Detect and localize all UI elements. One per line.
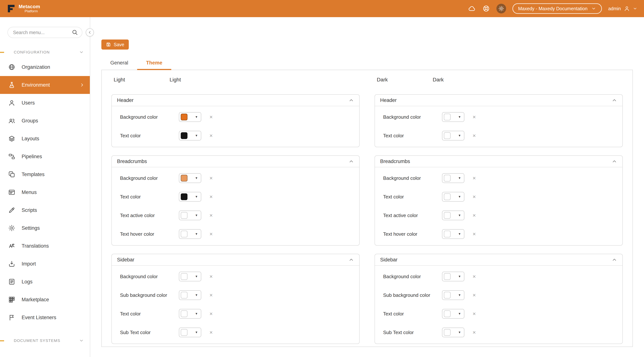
column-header: DarkDark xyxy=(374,77,623,83)
sidebar-collapse-button[interactable] xyxy=(86,28,94,36)
settings-gear-icon[interactable] xyxy=(496,4,506,14)
color-picker[interactable]: ▼ xyxy=(179,173,201,183)
color-picker[interactable]: ▼ xyxy=(442,328,464,337)
color-picker[interactable]: ▼ xyxy=(442,192,464,202)
cloud-icon[interactable] xyxy=(468,5,476,12)
section-accent-dash xyxy=(0,52,4,53)
clear-icon[interactable]: × xyxy=(472,212,476,218)
tab-theme[interactable]: Theme xyxy=(137,57,171,70)
search-icon[interactable] xyxy=(72,29,78,36)
color-picker[interactable]: ▼ xyxy=(442,112,464,122)
color-picker[interactable]: ▼ xyxy=(442,210,464,220)
clear-icon[interactable]: × xyxy=(472,274,476,279)
clear-icon[interactable]: × xyxy=(210,133,213,138)
collapse-card-icon[interactable] xyxy=(612,158,617,164)
clear-icon[interactable]: × xyxy=(472,330,476,335)
dropdown-caret-icon: ▼ xyxy=(458,116,461,118)
clear-icon[interactable]: × xyxy=(472,114,476,120)
layers-icon xyxy=(8,135,15,142)
dropdown-caret-icon: ▼ xyxy=(458,232,461,236)
color-picker[interactable]: ▼ xyxy=(442,290,464,300)
column-title: Light xyxy=(112,77,170,83)
clear-icon[interactable]: × xyxy=(210,311,213,316)
color-picker[interactable]: ▼ xyxy=(442,131,464,140)
theme-card-light-header: HeaderBackground color▼×Text color▼× xyxy=(112,94,360,147)
color-picker[interactable]: ▼ xyxy=(442,309,464,318)
save-button[interactable]: Save xyxy=(101,40,129,50)
support-icon[interactable] xyxy=(482,5,490,12)
color-picker[interactable]: ▼ xyxy=(179,290,201,300)
color-swatch xyxy=(444,231,450,238)
color-picker[interactable]: ▼ xyxy=(179,112,201,122)
collapse-card-icon[interactable] xyxy=(612,98,617,103)
collapse-card-icon[interactable] xyxy=(348,158,354,164)
clear-icon[interactable]: × xyxy=(472,231,476,237)
clear-icon[interactable]: × xyxy=(210,292,213,298)
clear-icon[interactable]: × xyxy=(210,231,213,237)
color-row-text-color: Text color▼× xyxy=(375,188,622,206)
color-swatch xyxy=(181,292,188,298)
sidebar-item-import[interactable]: Import xyxy=(0,255,90,273)
dropdown-caret-icon: ▼ xyxy=(458,195,461,198)
event-icon xyxy=(8,314,15,321)
clear-icon[interactable]: × xyxy=(472,311,476,316)
sidebar-section-document-systems[interactable]: DOCUMENT SYSTEMS xyxy=(0,338,90,344)
color-picker[interactable]: ▼ xyxy=(442,272,464,281)
clear-icon[interactable]: × xyxy=(472,175,476,181)
color-swatch xyxy=(444,212,450,219)
color-picker[interactable]: ▼ xyxy=(179,131,201,140)
color-picker[interactable]: ▼ xyxy=(179,229,201,239)
sidebar-item-organization[interactable]: Organization xyxy=(0,58,90,76)
color-picker[interactable]: ▼ xyxy=(442,229,464,239)
search-input[interactable] xyxy=(8,27,82,38)
sidebar-item-scripts[interactable]: Scripts xyxy=(0,201,90,219)
color-picker[interactable]: ▼ xyxy=(179,210,201,220)
clear-icon[interactable]: × xyxy=(210,175,213,181)
sidebar-item-menus[interactable]: Menus xyxy=(0,183,90,201)
workspace-selector[interactable]: Maxedy - Maxedy Documentation xyxy=(512,3,602,14)
sidebar-item-users[interactable]: Users xyxy=(0,94,90,112)
dropdown-caret-icon: ▼ xyxy=(195,331,198,334)
dropdown-caret-icon: ▼ xyxy=(458,331,461,334)
card-body: Background color▼×Text color▼× xyxy=(112,106,359,147)
section-label: CONFIGURATION xyxy=(14,50,50,54)
collapse-card-icon[interactable] xyxy=(612,257,617,262)
sidebar-item-pipelines[interactable]: Pipelines xyxy=(0,148,90,166)
clear-icon[interactable]: × xyxy=(210,194,213,200)
sidebar-item-marketplace[interactable]: Marketplace xyxy=(0,291,90,308)
marketplace-icon xyxy=(8,296,15,303)
color-picker[interactable]: ▼ xyxy=(179,192,201,202)
sidebar-item-logs[interactable]: Logs xyxy=(0,273,90,291)
sidebar-item-event-listeners[interactable]: Event Listeners xyxy=(0,308,90,326)
color-picker[interactable]: ▼ xyxy=(442,173,464,183)
sidebar-section-configuration[interactable]: CONFIGURATION xyxy=(0,49,90,55)
clear-icon[interactable]: × xyxy=(472,292,476,298)
user-menu[interactable]: admin xyxy=(608,6,637,12)
sidebar-item-translations[interactable]: Translations xyxy=(0,237,90,255)
sidebar-item-settings[interactable]: Settings xyxy=(0,219,90,237)
clear-icon[interactable]: × xyxy=(472,133,476,138)
color-row-label: Text color xyxy=(120,133,179,139)
gear-icon xyxy=(8,224,15,232)
collapse-card-icon[interactable] xyxy=(348,98,354,103)
color-picker[interactable]: ▼ xyxy=(179,328,201,337)
clear-icon[interactable]: × xyxy=(210,114,213,120)
theme-card-dark-breadcrumbs: BreadcrumbsBackground color▼×Text color▼… xyxy=(374,156,623,246)
clear-icon[interactable]: × xyxy=(472,194,476,200)
color-row-label: Sub Text color xyxy=(120,330,179,336)
dropdown-caret-icon: ▼ xyxy=(195,232,198,236)
tab-general[interactable]: General xyxy=(101,57,137,70)
app-logo: Metacom Platform xyxy=(7,4,40,13)
sidebar-item-layouts[interactable]: Layouts xyxy=(0,130,90,148)
color-picker[interactable]: ▼ xyxy=(179,272,201,281)
clear-icon[interactable]: × xyxy=(210,212,213,218)
color-swatch xyxy=(181,231,188,238)
clear-icon[interactable]: × xyxy=(210,274,213,279)
clear-icon[interactable]: × xyxy=(210,330,213,335)
sidebar-item-environment[interactable]: Environment xyxy=(0,76,90,94)
collapse-card-icon[interactable] xyxy=(348,257,354,262)
sidebar-item-groups[interactable]: Groups xyxy=(0,112,90,130)
color-picker[interactable]: ▼ xyxy=(179,309,201,318)
theme-card-light-breadcrumbs: BreadcrumbsBackground color▼×Text color▼… xyxy=(112,156,360,246)
sidebar-item-templates[interactable]: Templates xyxy=(0,166,90,183)
